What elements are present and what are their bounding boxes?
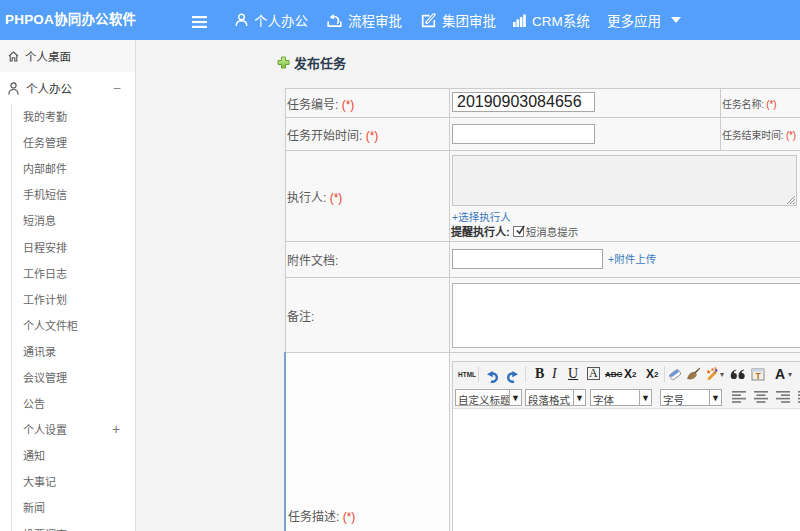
- svg-text:T: T: [755, 371, 761, 381]
